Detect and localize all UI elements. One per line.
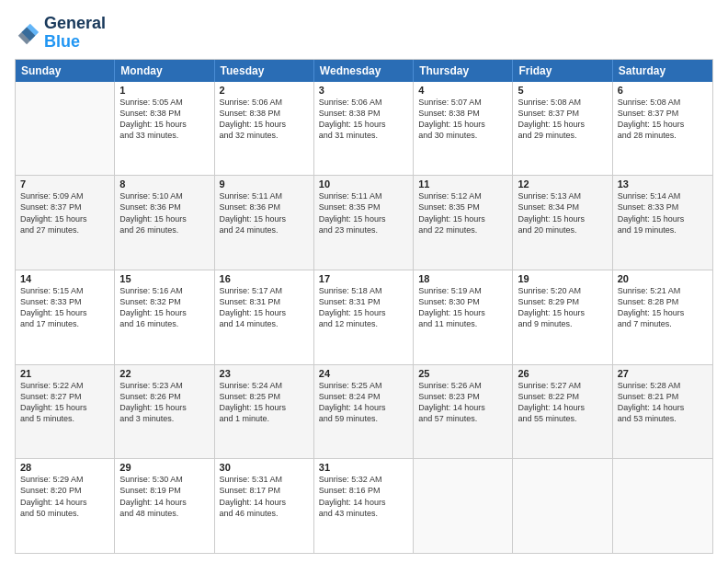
logo-text: General Blue: [44, 15, 106, 52]
day-info: Sunrise: 5:18 AM Sunset: 8:31 PM Dayligh…: [319, 285, 408, 330]
day-cell-31: 31Sunrise: 5:32 AM Sunset: 8:16 PM Dayli…: [314, 459, 414, 553]
day-cell-1: 1Sunrise: 5:05 AM Sunset: 8:38 PM Daylig…: [115, 82, 214, 176]
day-info: Sunrise: 5:15 AM Sunset: 8:33 PM Dayligh…: [20, 285, 109, 330]
day-info: Sunrise: 5:30 AM Sunset: 8:19 PM Dayligh…: [119, 474, 209, 519]
day-info: Sunrise: 5:14 AM Sunset: 8:33 PM Dayligh…: [618, 190, 708, 236]
day-number: 5: [518, 85, 607, 96]
day-cell-3: 3Sunrise: 5:06 AM Sunset: 8:38 PM Daylig…: [314, 82, 414, 176]
header-day-wednesday: Wednesday: [314, 60, 414, 82]
header-day-friday: Friday: [513, 60, 612, 82]
day-cell-5: 5Sunrise: 5:08 AM Sunset: 8:37 PM Daylig…: [513, 82, 612, 176]
day-number: 28: [20, 462, 109, 473]
day-number: 20: [618, 273, 708, 284]
day-info: Sunrise: 5:23 AM Sunset: 8:26 PM Dayligh…: [119, 380, 209, 425]
day-info: Sunrise: 5:21 AM Sunset: 8:28 PM Dayligh…: [618, 285, 708, 330]
day-number: 22: [119, 368, 209, 379]
day-cell-24: 24Sunrise: 5:25 AM Sunset: 8:24 PM Dayli…: [314, 365, 414, 459]
day-number: 15: [119, 273, 209, 284]
header-day-saturday: Saturday: [613, 60, 712, 82]
day-cell-12: 12Sunrise: 5:13 AM Sunset: 8:34 PM Dayli…: [513, 176, 612, 270]
day-info: Sunrise: 5:27 AM Sunset: 8:22 PM Dayligh…: [518, 380, 607, 425]
day-info: Sunrise: 5:17 AM Sunset: 8:31 PM Dayligh…: [220, 285, 309, 330]
day-cell-27: 27Sunrise: 5:28 AM Sunset: 8:21 PM Dayli…: [613, 365, 712, 459]
day-cell-21: 21Sunrise: 5:22 AM Sunset: 8:27 PM Dayli…: [16, 365, 115, 459]
day-number: 21: [20, 368, 109, 379]
empty-cell: [414, 459, 513, 553]
day-number: 10: [319, 178, 408, 190]
day-number: 30: [220, 462, 309, 473]
day-info: Sunrise: 5:22 AM Sunset: 8:27 PM Dayligh…: [20, 380, 109, 425]
day-info: Sunrise: 5:32 AM Sunset: 8:16 PM Dayligh…: [319, 474, 408, 519]
day-info: Sunrise: 5:10 AM Sunset: 8:36 PM Dayligh…: [119, 190, 209, 236]
day-cell-16: 16Sunrise: 5:17 AM Sunset: 8:31 PM Dayli…: [215, 270, 314, 364]
day-info: Sunrise: 5:12 AM Sunset: 8:35 PM Dayligh…: [418, 190, 507, 236]
day-number: 29: [119, 462, 209, 473]
day-info: Sunrise: 5:13 AM Sunset: 8:34 PM Dayligh…: [518, 190, 607, 236]
day-cell-14: 14Sunrise: 5:15 AM Sunset: 8:33 PM Dayli…: [16, 270, 115, 364]
header-day-sunday: Sunday: [16, 60, 115, 82]
day-cell-9: 9Sunrise: 5:11 AM Sunset: 8:36 PM Daylig…: [215, 176, 314, 270]
day-cell-6: 6Sunrise: 5:08 AM Sunset: 8:37 PM Daylig…: [613, 82, 712, 176]
day-info: Sunrise: 5:07 AM Sunset: 8:38 PM Dayligh…: [418, 97, 507, 142]
day-number: 19: [518, 273, 607, 284]
logo-icon: [15, 20, 40, 46]
calendar-row: 1Sunrise: 5:05 AM Sunset: 8:38 PM Daylig…: [16, 82, 712, 177]
day-info: Sunrise: 5:16 AM Sunset: 8:32 PM Dayligh…: [119, 285, 209, 330]
day-number: 18: [418, 273, 507, 284]
day-number: 2: [220, 85, 309, 96]
header: General Blue: [15, 15, 713, 52]
header-day-monday: Monday: [115, 60, 214, 82]
day-info: Sunrise: 5:08 AM Sunset: 8:37 PM Dayligh…: [518, 97, 607, 142]
day-number: 25: [418, 368, 507, 379]
calendar-header: SundayMondayTuesdayWednesdayThursdayFrid…: [16, 60, 712, 82]
day-number: 4: [418, 85, 507, 96]
page: General Blue SundayMondayTuesdayWednesda…: [0, 0, 728, 563]
day-cell-13: 13Sunrise: 5:14 AM Sunset: 8:33 PM Dayli…: [613, 176, 712, 270]
day-cell-10: 10Sunrise: 5:11 AM Sunset: 8:35 PM Dayli…: [314, 176, 414, 270]
day-cell-22: 22Sunrise: 5:23 AM Sunset: 8:26 PM Dayli…: [115, 365, 214, 459]
day-number: 12: [518, 178, 607, 190]
day-number: 6: [618, 85, 708, 96]
empty-cell: [513, 459, 612, 553]
header-day-tuesday: Tuesday: [215, 60, 314, 82]
day-cell-28: 28Sunrise: 5:29 AM Sunset: 8:20 PM Dayli…: [16, 459, 115, 553]
day-number: 31: [319, 462, 408, 473]
day-info: Sunrise: 5:06 AM Sunset: 8:38 PM Dayligh…: [220, 97, 309, 142]
day-number: 7: [20, 178, 109, 190]
day-info: Sunrise: 5:11 AM Sunset: 8:35 PM Dayligh…: [319, 190, 408, 236]
day-info: Sunrise: 5:11 AM Sunset: 8:36 PM Dayligh…: [220, 190, 309, 236]
day-cell-20: 20Sunrise: 5:21 AM Sunset: 8:28 PM Dayli…: [613, 270, 712, 364]
day-cell-4: 4Sunrise: 5:07 AM Sunset: 8:38 PM Daylig…: [414, 82, 513, 176]
day-number: 3: [319, 85, 408, 96]
day-info: Sunrise: 5:05 AM Sunset: 8:38 PM Dayligh…: [119, 97, 209, 142]
day-number: 26: [518, 368, 607, 379]
day-number: 11: [418, 178, 507, 190]
calendar-body: 1Sunrise: 5:05 AM Sunset: 8:38 PM Daylig…: [16, 82, 712, 553]
day-number: 23: [220, 368, 309, 379]
day-number: 14: [20, 273, 109, 284]
day-number: 24: [319, 368, 408, 379]
day-cell-18: 18Sunrise: 5:19 AM Sunset: 8:30 PM Dayli…: [414, 270, 513, 364]
calendar-row: 28Sunrise: 5:29 AM Sunset: 8:20 PM Dayli…: [16, 459, 712, 553]
day-number: 1: [119, 85, 209, 96]
header-day-thursday: Thursday: [414, 60, 513, 82]
day-cell-8: 8Sunrise: 5:10 AM Sunset: 8:36 PM Daylig…: [115, 176, 214, 270]
day-info: Sunrise: 5:25 AM Sunset: 8:24 PM Dayligh…: [319, 380, 408, 425]
day-cell-19: 19Sunrise: 5:20 AM Sunset: 8:29 PM Dayli…: [513, 270, 612, 364]
day-cell-26: 26Sunrise: 5:27 AM Sunset: 8:22 PM Dayli…: [513, 365, 612, 459]
day-info: Sunrise: 5:06 AM Sunset: 8:38 PM Dayligh…: [319, 97, 408, 142]
logo: General Blue: [15, 15, 106, 52]
day-info: Sunrise: 5:26 AM Sunset: 8:23 PM Dayligh…: [418, 380, 507, 425]
calendar-row: 7Sunrise: 5:09 AM Sunset: 8:37 PM Daylig…: [16, 176, 712, 270]
day-number: 17: [319, 273, 408, 284]
day-cell-30: 30Sunrise: 5:31 AM Sunset: 8:17 PM Dayli…: [215, 459, 314, 553]
calendar-row: 21Sunrise: 5:22 AM Sunset: 8:27 PM Dayli…: [16, 365, 712, 460]
day-number: 9: [220, 178, 309, 190]
day-cell-29: 29Sunrise: 5:30 AM Sunset: 8:19 PM Dayli…: [115, 459, 214, 553]
day-info: Sunrise: 5:28 AM Sunset: 8:21 PM Dayligh…: [618, 380, 708, 425]
day-cell-23: 23Sunrise: 5:24 AM Sunset: 8:25 PM Dayli…: [215, 365, 314, 459]
day-info: Sunrise: 5:31 AM Sunset: 8:17 PM Dayligh…: [220, 474, 309, 519]
day-info: Sunrise: 5:09 AM Sunset: 8:37 PM Dayligh…: [20, 190, 109, 236]
day-cell-17: 17Sunrise: 5:18 AM Sunset: 8:31 PM Dayli…: [314, 270, 414, 364]
empty-cell: [613, 459, 712, 553]
